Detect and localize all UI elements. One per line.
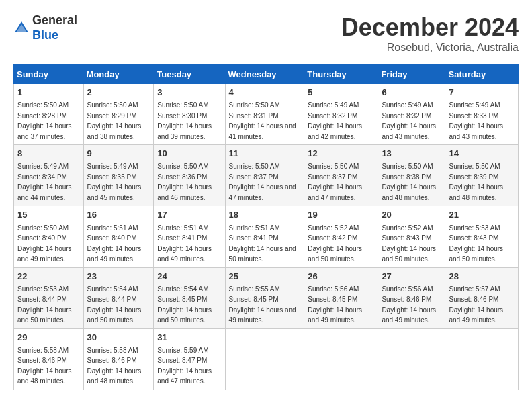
- day-number: 3: [157, 87, 221, 99]
- day-number: 2: [87, 87, 150, 99]
- day-info: Sunrise: 5:50 AMSunset: 8:36 PMDaylight:…: [157, 163, 212, 201]
- calendar-cell: 20Sunrise: 5:52 AMSunset: 8:43 PMDayligh…: [378, 206, 445, 267]
- day-info: Sunrise: 5:50 AMSunset: 8:28 PMDaylight:…: [17, 101, 72, 140]
- day-info: Sunrise: 5:51 AMSunset: 8:41 PMDaylight:…: [229, 224, 296, 263]
- week-row-2: 8Sunrise: 5:49 AMSunset: 8:34 PMDaylight…: [14, 145, 519, 206]
- day-number: 26: [308, 271, 374, 283]
- calendar-cell: 13Sunrise: 5:50 AMSunset: 8:38 PMDayligh…: [378, 145, 445, 206]
- calendar-cell: 29Sunrise: 5:58 AMSunset: 8:46 PMDayligh…: [14, 328, 84, 390]
- calendar-cell: 11Sunrise: 5:50 AMSunset: 8:37 PMDayligh…: [225, 145, 304, 206]
- week-row-5: 29Sunrise: 5:58 AMSunset: 8:46 PMDayligh…: [14, 328, 519, 390]
- calendar-cell: 10Sunrise: 5:50 AMSunset: 8:36 PMDayligh…: [154, 145, 225, 206]
- day-number: 13: [382, 148, 441, 160]
- calendar-cell: 12Sunrise: 5:50 AMSunset: 8:37 PMDayligh…: [304, 145, 378, 206]
- calendar: SundayMondayTuesdayWednesdayThursdayFrid…: [13, 64, 519, 390]
- calendar-cell: 5Sunrise: 5:49 AMSunset: 8:32 PMDaylight…: [304, 84, 378, 145]
- calendar-cell: 25Sunrise: 5:55 AMSunset: 8:45 PMDayligh…: [225, 267, 304, 328]
- day-info: Sunrise: 5:50 AMSunset: 8:40 PMDaylight:…: [17, 224, 72, 263]
- header-day-sunday: Sunday: [14, 65, 84, 84]
- day-info: Sunrise: 5:49 AMSunset: 8:32 PMDaylight:…: [308, 101, 362, 140]
- day-info: Sunrise: 5:57 AMSunset: 8:46 PMDaylight:…: [449, 285, 503, 324]
- calendar-cell: 17Sunrise: 5:51 AMSunset: 8:41 PMDayligh…: [154, 206, 225, 267]
- day-info: Sunrise: 5:49 AMSunset: 8:34 PMDaylight:…: [17, 163, 72, 201]
- title-area: December 2024 Rosebud, Victoria, Austral…: [341, 13, 519, 54]
- header-day-monday: Monday: [83, 65, 154, 84]
- calendar-cell: 14Sunrise: 5:50 AMSunset: 8:39 PMDayligh…: [445, 145, 519, 206]
- calendar-cell: 19Sunrise: 5:52 AMSunset: 8:42 PMDayligh…: [304, 206, 378, 267]
- logo-general: General: [32, 13, 77, 27]
- day-number: 1: [17, 87, 80, 99]
- location: Rosebud, Victoria, Australia: [341, 42, 519, 54]
- calendar-cell: 15Sunrise: 5:50 AMSunset: 8:40 PMDayligh…: [14, 206, 84, 267]
- calendar-cell: 23Sunrise: 5:54 AMSunset: 8:44 PMDayligh…: [83, 267, 154, 328]
- calendar-cell: [378, 328, 445, 390]
- day-number: 17: [157, 209, 221, 221]
- calendar-cell: [225, 328, 304, 390]
- day-info: Sunrise: 5:51 AMSunset: 8:41 PMDaylight:…: [157, 224, 212, 263]
- day-info: Sunrise: 5:58 AMSunset: 8:46 PMDaylight:…: [87, 347, 142, 385]
- logo-text: General Blue: [32, 13, 77, 42]
- day-number: 29: [17, 332, 80, 344]
- calendar-cell: 18Sunrise: 5:51 AMSunset: 8:41 PMDayligh…: [225, 206, 304, 267]
- day-info: Sunrise: 5:50 AMSunset: 8:30 PMDaylight:…: [157, 101, 212, 140]
- calendar-cell: 28Sunrise: 5:57 AMSunset: 8:46 PMDayligh…: [445, 267, 519, 328]
- calendar-cell: 22Sunrise: 5:53 AMSunset: 8:44 PMDayligh…: [14, 267, 84, 328]
- day-number: 30: [87, 332, 150, 344]
- calendar-cell: 26Sunrise: 5:56 AMSunset: 8:45 PMDayligh…: [304, 267, 378, 328]
- day-number: 16: [87, 209, 150, 221]
- day-info: Sunrise: 5:53 AMSunset: 8:44 PMDaylight:…: [17, 285, 72, 324]
- day-info: Sunrise: 5:58 AMSunset: 8:46 PMDaylight:…: [17, 347, 72, 385]
- day-number: 20: [382, 209, 441, 221]
- day-info: Sunrise: 5:50 AMSunset: 8:37 PMDaylight:…: [229, 163, 296, 201]
- day-info: Sunrise: 5:54 AMSunset: 8:44 PMDaylight:…: [87, 285, 142, 324]
- header-day-saturday: Saturday: [445, 65, 519, 84]
- day-number: 19: [308, 209, 374, 221]
- day-number: 9: [87, 148, 150, 160]
- calendar-cell: [304, 328, 378, 390]
- calendar-cell: 16Sunrise: 5:51 AMSunset: 8:40 PMDayligh…: [83, 206, 154, 267]
- day-number: 27: [382, 271, 441, 283]
- calendar-cell: 27Sunrise: 5:56 AMSunset: 8:46 PMDayligh…: [378, 267, 445, 328]
- day-info: Sunrise: 5:50 AMSunset: 8:39 PMDaylight:…: [449, 163, 503, 201]
- day-number: 23: [87, 271, 150, 283]
- day-info: Sunrise: 5:53 AMSunset: 8:43 PMDaylight:…: [449, 224, 503, 263]
- header-day-tuesday: Tuesday: [154, 65, 225, 84]
- day-number: 14: [449, 148, 515, 160]
- calendar-cell: 21Sunrise: 5:53 AMSunset: 8:43 PMDayligh…: [445, 206, 519, 267]
- week-row-4: 22Sunrise: 5:53 AMSunset: 8:44 PMDayligh…: [14, 267, 519, 328]
- day-number: 21: [449, 209, 515, 221]
- day-number: 7: [449, 87, 515, 99]
- calendar-cell: 8Sunrise: 5:49 AMSunset: 8:34 PMDaylight…: [14, 145, 84, 206]
- logo-blue: Blue: [32, 28, 58, 42]
- day-number: 25: [229, 271, 301, 283]
- calendar-cell: 2Sunrise: 5:50 AMSunset: 8:29 PMDaylight…: [83, 84, 154, 145]
- day-number: 12: [308, 148, 374, 160]
- header: General Blue December 2024 Rosebud, Vict…: [13, 13, 519, 54]
- day-number: 8: [17, 148, 80, 160]
- month-title: December 2024: [341, 13, 519, 42]
- calendar-cell: 31Sunrise: 5:59 AMSunset: 8:47 PMDayligh…: [154, 328, 225, 390]
- day-info: Sunrise: 5:50 AMSunset: 8:37 PMDaylight:…: [308, 163, 362, 201]
- day-info: Sunrise: 5:51 AMSunset: 8:40 PMDaylight:…: [87, 224, 142, 263]
- header-day-friday: Friday: [378, 65, 445, 84]
- header-day-thursday: Thursday: [304, 65, 378, 84]
- day-info: Sunrise: 5:56 AMSunset: 8:46 PMDaylight:…: [382, 285, 436, 324]
- calendar-cell: 6Sunrise: 5:49 AMSunset: 8:32 PMDaylight…: [378, 84, 445, 145]
- day-info: Sunrise: 5:55 AMSunset: 8:45 PMDaylight:…: [229, 285, 296, 324]
- day-info: Sunrise: 5:52 AMSunset: 8:43 PMDaylight:…: [382, 224, 436, 263]
- day-number: 6: [382, 87, 441, 99]
- day-number: 11: [229, 148, 301, 160]
- calendar-cell: [445, 328, 519, 390]
- day-number: 5: [308, 87, 374, 99]
- day-number: 28: [449, 271, 515, 283]
- header-row: SundayMondayTuesdayWednesdayThursdayFrid…: [14, 65, 519, 84]
- day-number: 4: [229, 87, 301, 99]
- week-row-3: 15Sunrise: 5:50 AMSunset: 8:40 PMDayligh…: [14, 206, 519, 267]
- day-number: 10: [157, 148, 221, 160]
- logo-icon: [13, 20, 30, 36]
- calendar-cell: 7Sunrise: 5:49 AMSunset: 8:33 PMDaylight…: [445, 84, 519, 145]
- day-info: Sunrise: 5:54 AMSunset: 8:45 PMDaylight:…: [157, 285, 212, 324]
- day-info: Sunrise: 5:50 AMSunset: 8:38 PMDaylight:…: [382, 163, 436, 201]
- day-info: Sunrise: 5:50 AMSunset: 8:31 PMDaylight:…: [229, 101, 296, 140]
- calendar-cell: 3Sunrise: 5:50 AMSunset: 8:30 PMDaylight…: [154, 84, 225, 145]
